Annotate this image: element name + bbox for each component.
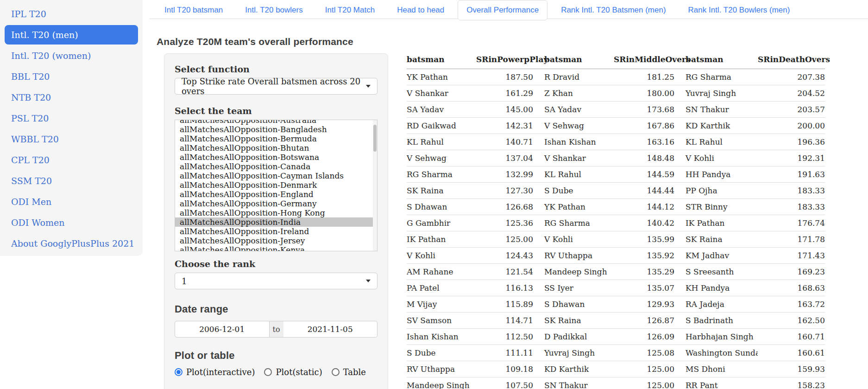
value-cell: 140.71 xyxy=(476,134,533,150)
value-cell: 137.04 xyxy=(476,150,533,166)
function-select-value: Top Strike rate Overall batsmen across 2… xyxy=(182,77,366,96)
sidebar-item[interactable]: PSL T20 xyxy=(5,108,138,128)
batsman-cell: S Dhawan xyxy=(533,296,614,312)
value-cell: 125.00 xyxy=(614,377,674,389)
tab[interactable]: Intl T20 batsman xyxy=(156,0,232,20)
table-row: SV Samson 114.71 SK Raina 126.87 S Badri… xyxy=(407,312,825,329)
team-list-item[interactable]: allMatchesAllOpposition-England xyxy=(175,190,377,199)
date-from-input[interactable]: 2006-12-01 xyxy=(175,321,270,338)
team-list-item[interactable]: allMatchesAllOpposition-Jersey xyxy=(175,236,377,245)
batsman-cell: AM Rahane xyxy=(407,264,476,280)
batsman-cell: RG Sharma xyxy=(674,69,758,85)
sidebar-item[interactable]: IPL T20 xyxy=(5,4,138,24)
team-list-item[interactable]: allMatchesAllOpposition-Bhutan xyxy=(175,143,377,153)
team-list-item[interactable]: allMatchesAllOpposition-India xyxy=(175,217,377,227)
team-list-item[interactable]: allMatchesAllOpposition-Botswana xyxy=(175,153,377,162)
sidebar-item[interactable]: CPL T20 xyxy=(5,150,138,170)
team-list-item[interactable]: allMatchesAllOpposition-Canada xyxy=(175,162,377,171)
sidebar-item[interactable]: Intl. T20 (men) xyxy=(5,25,138,45)
table-row: AM Rahane 121.54 Mandeep Singh 135.29 S … xyxy=(407,264,825,280)
tab[interactable]: Intl. T20 bowlers xyxy=(236,0,311,20)
batsman-cell: PA Patel xyxy=(407,280,476,296)
batsman-cell: MS Dhoni xyxy=(674,361,758,377)
value-cell: 111.11 xyxy=(476,345,533,361)
batsman-cell: S Dube xyxy=(407,345,476,361)
value-cell: 132.99 xyxy=(476,166,533,183)
rank-select[interactable]: 1 xyxy=(175,273,377,289)
batsman-cell: RD Gaikwad xyxy=(407,118,476,134)
tab[interactable]: Rank Intl. T20 Bowlers (men) xyxy=(679,0,799,20)
column-header: SRinPowerpPlay xyxy=(476,52,533,69)
batsman-cell: SK Raina xyxy=(407,183,476,199)
batsman-cell: KD Karthik xyxy=(674,118,758,134)
value-cell: 148.48 xyxy=(614,150,674,166)
team-list-item[interactable]: allMatchesAllOpposition-Hong Kong xyxy=(175,208,377,217)
sidebar-item[interactable]: ODI Men xyxy=(5,192,138,211)
column-header: SRinMiddleOvers xyxy=(614,52,674,69)
table-row: RG Sharma 132.99 KL Rahul 144.59 HH Pand… xyxy=(407,166,825,183)
batsman-cell: KL Rahul xyxy=(407,134,476,150)
batsman-cell: Yuvraj Singh xyxy=(533,345,614,361)
batsman-cell: SS Iyer xyxy=(533,280,614,296)
batsman-cell: IK Pathan xyxy=(407,231,476,248)
team-list-item[interactable]: allMatchesAllOpposition-Ireland xyxy=(175,227,377,236)
table-row: V Sehwag 137.04 V Shankar 148.48 V Kohli… xyxy=(407,150,825,166)
sidebar-item[interactable]: SSM T20 xyxy=(5,171,138,191)
team-list-item[interactable]: allMatchesAllOpposition-Denmark xyxy=(175,180,377,190)
team-list-item[interactable]: allMatchesAllOpposition-Germany xyxy=(175,199,377,208)
radio-label: Plot(interactive) xyxy=(186,367,255,377)
team-list-item[interactable]: allMatchesAllOpposition-Cayman Islands xyxy=(175,171,377,180)
chevron-down-icon xyxy=(366,280,371,282)
sidebar-item[interactable]: NTB T20 xyxy=(5,88,138,107)
batsman-cell: V Shankar xyxy=(533,150,614,166)
value-cell: 112.50 xyxy=(476,329,533,345)
value-cell: 127.30 xyxy=(476,183,533,199)
batsman-cell: RR Pant xyxy=(674,377,758,389)
batsman-cell: Mandeep Singh xyxy=(533,264,614,280)
radio-icon xyxy=(264,368,272,376)
team-list-item[interactable]: allMatchesAllOpposition-Australia xyxy=(175,120,377,125)
team-list-item[interactable]: allMatchesAllOpposition-Bermuda xyxy=(175,134,377,143)
tab[interactable]: Head to head xyxy=(388,0,453,20)
scrollbar-thumb[interactable] xyxy=(373,125,377,152)
function-select[interactable]: Top Strike rate Overall batsmen across 2… xyxy=(175,78,377,95)
batsman-cell: RV Uthappa xyxy=(533,248,614,264)
value-cell: 140.42 xyxy=(614,215,674,231)
batsman-cell: M Vijay xyxy=(407,296,476,312)
value-cell: 135.07 xyxy=(614,280,674,296)
sidebar-item[interactable]: WBBL T20 xyxy=(5,129,138,149)
team-list-item[interactable]: allMatchesAllOpposition-Bangladesh xyxy=(175,125,377,134)
table-header-row: batsman SRinPowerpPlay batsman SRinMiddl… xyxy=(407,52,825,69)
value-cell: 163.16 xyxy=(614,134,674,150)
team-listbox[interactable]: allMatchesAllOpposition-AustraliaallMatc… xyxy=(175,120,377,251)
sidebar-item[interactable]: About GooglyPlusPlus 2021 xyxy=(5,234,138,253)
tab[interactable]: Overall Performance xyxy=(458,0,547,20)
team-list-item[interactable]: allMatchesAllOpposition-Kenya xyxy=(175,245,377,251)
batsman-cell: RA Jadeja xyxy=(674,296,758,312)
batsman-cell: V Sehwag xyxy=(407,150,476,166)
table-row: Mandeep Singh 107.50 SN Thakur 125.00 RR… xyxy=(407,377,825,389)
radio-option[interactable]: Plot(interactive) xyxy=(175,367,255,377)
value-cell: 207.38 xyxy=(758,69,825,85)
radio-option[interactable]: Table xyxy=(332,367,366,377)
stats-table: batsman SRinPowerpPlay batsman SRinMiddl… xyxy=(407,52,825,389)
tab[interactable]: Rank Intl. T20 Batsmen (men) xyxy=(552,0,674,20)
batsman-cell: SN Thakur xyxy=(674,102,758,118)
scrollbar[interactable] xyxy=(373,120,377,251)
radio-option[interactable]: Plot(static) xyxy=(264,367,322,377)
sidebar-item[interactable]: ODI Women xyxy=(5,213,138,232)
tab[interactable]: Intl T20 Match xyxy=(316,0,384,20)
batsman-cell: PP Ojha xyxy=(674,183,758,199)
value-cell: 142.31 xyxy=(476,118,533,134)
table-row: V Shankar 161.29 Z Khan 180.00 Yuvraj Si… xyxy=(407,85,825,102)
batsman-cell: Ishan Kishan xyxy=(533,134,614,150)
batsman-cell: S Dube xyxy=(533,183,614,199)
date-to-input[interactable]: 2021-11-05 xyxy=(283,321,378,338)
batsman-cell: RG Sharma xyxy=(533,215,614,231)
sidebar-item[interactable]: Intl. T20 (women) xyxy=(5,46,138,65)
batsman-cell: Ishan Kishan xyxy=(407,329,476,345)
table-row: Ishan Kishan 112.50 D Padikkal 126.09 Ha… xyxy=(407,329,825,345)
sidebar-item[interactable]: BBL T20 xyxy=(5,67,138,86)
batsman-cell: YK Pathan xyxy=(407,69,476,85)
controls-panel: Select function Top Strike rate Overall … xyxy=(164,53,388,389)
